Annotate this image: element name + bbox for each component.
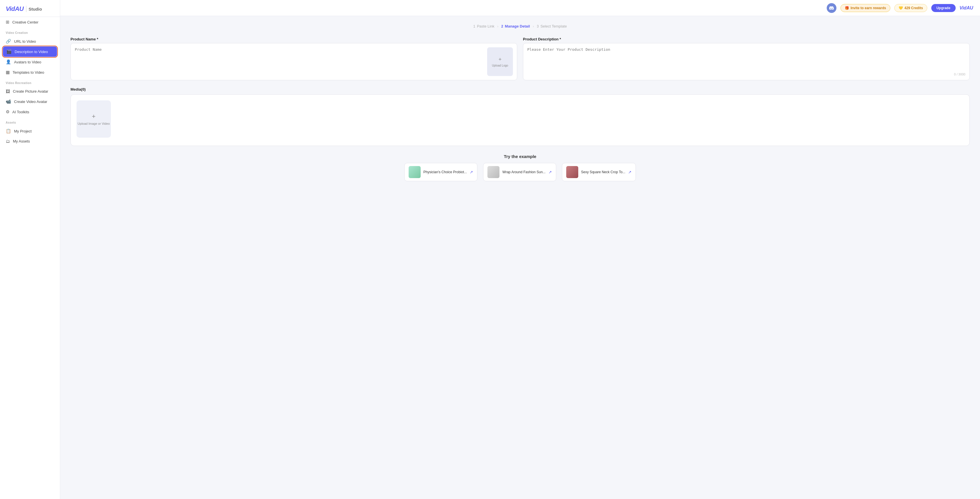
example-thumb-1 — [409, 166, 421, 178]
try-example-title: Try the example — [70, 154, 970, 159]
my-project-icon: 📋 — [6, 129, 11, 134]
step-1-label: Paste Link — [477, 24, 494, 29]
step-paste-link: 1 Paste Link — [473, 24, 494, 29]
sidebar-item-label: Description to Video — [14, 49, 48, 54]
description-to-video-icon: 🎬 — [6, 49, 12, 54]
sidebar: VidAU Studio ⊞ Creative Center Video Cre… — [0, 0, 60, 499]
logo-brand: VidAU — [6, 5, 24, 13]
upload-media-label: Upload Image or Video — [78, 122, 110, 125]
example-arrow-1-icon: ↗ — [470, 170, 473, 174]
example-item-2[interactable]: Wrap Around Fashion Sun... ↗ — [483, 163, 556, 181]
example-arrow-3-icon: ↗ — [628, 170, 632, 174]
avatars-to-video-icon: 👤 — [6, 59, 11, 65]
creative-center-icon: ⊞ — [6, 19, 10, 25]
media-label: Media(0) — [70, 87, 970, 91]
example-arrow-2-icon: ↗ — [549, 170, 552, 174]
step-1-num: 1 — [473, 24, 476, 29]
step-3-num: 3 — [537, 24, 539, 29]
sidebar-item-label: Templates to Video — [13, 70, 44, 75]
sidebar-item-label: AI Toolkits — [12, 110, 29, 114]
upload-image-video-button[interactable]: + Upload Image or Video — [76, 100, 111, 138]
sidebar-item-my-assets[interactable]: 🗂 My Assets — [0, 136, 60, 146]
section-label-video-recreation: Video Recreation — [0, 77, 60, 86]
discord-button[interactable] — [827, 3, 837, 13]
upload-media-plus-icon: + — [92, 113, 96, 120]
templates-to-video-icon: ▦ — [6, 70, 10, 75]
upload-logo-plus-icon: + — [499, 56, 502, 62]
invite-button[interactable]: 🎁 Invite to earn rewards — [840, 4, 890, 12]
product-desc-label: Product Description * — [523, 37, 970, 41]
sidebar-item-label: Create Video Avatar — [14, 99, 47, 104]
product-name-input[interactable] — [75, 47, 484, 76]
example-item-3[interactable]: Sexy Square Neck Crop To... ↗ — [562, 163, 636, 181]
product-name-input-area: + Upload Logo — [70, 43, 517, 80]
logo-area: VidAU Studio — [0, 0, 60, 17]
upload-logo-button[interactable]: + Upload Logo — [487, 47, 513, 76]
step-2-num: 2 — [501, 24, 503, 29]
sidebar-item-label: URL to Video — [14, 39, 36, 44]
sidebar-item-create-picture-avatar[interactable]: 🖼 Create Picture Avatar — [0, 86, 60, 96]
my-assets-icon: 🗂 — [6, 139, 10, 143]
sidebar-item-create-video-avatar[interactable]: 📹 Create Video Avatar — [0, 96, 60, 107]
step-select-template: 3 Select Template — [537, 24, 567, 29]
credits-label: 429 Credits — [904, 6, 923, 10]
upload-logo-label: Upload Logo — [492, 64, 508, 67]
content-area: 1 Paste Link › 2 Manage Detail › 3 Selec… — [60, 16, 980, 499]
media-section: Media(0) + Upload Image or Video — [70, 87, 970, 146]
invite-label: Invite to earn rewards — [851, 6, 886, 10]
form-row: Product Name * + Upload Logo Product Des… — [70, 37, 970, 80]
sidebar-item-label: My Assets — [13, 139, 30, 143]
example-items-list: Physician's Choice Probiot... ↗ Wrap Aro… — [70, 163, 970, 181]
media-upload-area: + Upload Image or Video — [70, 94, 970, 146]
section-label-assets: Assets — [0, 117, 60, 126]
gift-icon: 🎁 — [845, 6, 849, 10]
product-name-label: Product Name * — [70, 37, 517, 41]
example-item-1[interactable]: Physician's Choice Probiot... ↗ — [404, 163, 478, 181]
product-desc-input[interactable] — [527, 47, 966, 73]
example-thumb-2 — [487, 166, 500, 178]
example-label-2: Wrap Around Fashion Sun... — [502, 170, 546, 174]
sidebar-item-url-to-video[interactable]: 🔗 URL to Video — [0, 36, 60, 46]
sidebar-item-my-project[interactable]: 📋 My Project — [0, 126, 60, 136]
url-to-video-icon: 🔗 — [6, 39, 11, 44]
upgrade-button[interactable]: Upgrade — [931, 4, 956, 12]
stepper: 1 Paste Link › 2 Manage Detail › 3 Selec… — [70, 24, 970, 29]
sidebar-item-label: My Project — [14, 129, 32, 133]
step-arrow-1: › — [497, 24, 498, 29]
step-3-label: Select Template — [541, 24, 567, 29]
step-2-label: Manage Detail — [505, 24, 530, 29]
section-label-video-creation: Video Creation — [0, 27, 60, 36]
try-example-section: Try the example Physician's Choice Probi… — [70, 154, 970, 181]
sidebar-item-description-to-video[interactable]: 🎬 Description to Video — [3, 46, 57, 57]
product-desc-group: Product Description * 0 / 3000 — [523, 37, 970, 80]
sidebar-item-creative-center[interactable]: ⊞ Creative Center — [0, 17, 60, 27]
sidebar-item-avatars-to-video[interactable]: 👤 Avatars to Video — [0, 57, 60, 67]
header: 🎁 Invite to earn rewards 💛 429 Credits U… — [60, 0, 980, 16]
main-area: 🎁 Invite to earn rewards 💛 429 Credits U… — [60, 0, 980, 499]
sidebar-item-label: Creative Center — [12, 20, 38, 24]
create-picture-avatar-icon: 🖼 — [6, 89, 10, 94]
sidebar-item-ai-toolkits[interactable]: ⚙ AI Toolkits — [0, 107, 60, 117]
example-label-3: Sexy Square Neck Crop To... — [581, 170, 625, 174]
header-brand: VidAU — [960, 5, 973, 11]
product-name-group: Product Name * + Upload Logo — [70, 37, 517, 80]
step-manage-detail: 2 Manage Detail — [501, 24, 530, 29]
logo-studio: Studio — [29, 6, 42, 11]
step-arrow-2: › — [533, 24, 534, 29]
example-thumb-3 — [566, 166, 578, 178]
create-video-avatar-icon: 📹 — [6, 99, 11, 104]
ai-toolkits-icon: ⚙ — [6, 109, 10, 115]
credits-display: 💛 429 Credits — [894, 4, 927, 12]
product-desc-area: 0 / 3000 — [523, 43, 970, 80]
sidebar-item-label: Avatars to Video — [14, 60, 41, 64]
credits-icon: 💛 — [899, 6, 903, 10]
sidebar-item-label: Create Picture Avatar — [13, 89, 48, 94]
example-label-1: Physician's Choice Probiot... — [423, 170, 467, 174]
char-count: 0 / 3000 — [527, 73, 966, 76]
sidebar-item-templates-to-video[interactable]: ▦ Templates to Video — [0, 67, 60, 77]
